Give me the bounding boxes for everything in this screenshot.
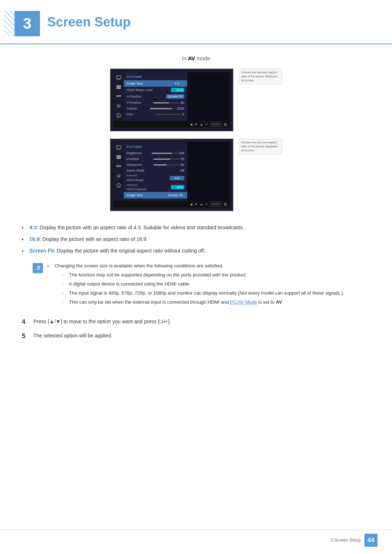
menu2-contrast: Contrast 75 xyxy=(124,156,187,162)
sub-item-4: This can only be set when the external i… xyxy=(62,299,344,306)
svg-rect-12 xyxy=(116,146,121,149)
nav2-up-btn: ▲ xyxy=(200,202,203,206)
icon-display xyxy=(115,74,122,81)
sub-item-1: The function may not be supported depend… xyxy=(62,271,344,279)
footer-chapter-label: 3 Screen Setup xyxy=(331,538,361,543)
svg-text:i: i xyxy=(118,115,119,117)
svg-rect-0 xyxy=(116,76,121,79)
nav2-enter-btn: ↵ xyxy=(205,202,208,206)
icon2-display xyxy=(115,144,122,151)
svg-rect-1 xyxy=(118,79,119,80)
menu-item-v-position: V-Position 50 xyxy=(124,100,187,106)
icon-adjust xyxy=(115,93,122,100)
menu2-brightness: Brightness 100 xyxy=(124,150,187,156)
nav-left-btn: ◀ xyxy=(190,123,192,126)
bullet-169: 16:9: Display the picture with an aspect… xyxy=(22,235,370,243)
menu2-magic-bright: SAMSUNGMAGICBright 4:3 xyxy=(124,173,187,183)
monitor1-bottom-bar: ◀ ▼ ▲ ↵ AUTO ⏻ xyxy=(114,121,230,128)
footer-right: 3 Screen Setup 44 xyxy=(331,534,377,547)
note-item-1: Changing the screen size is available wh… xyxy=(47,262,370,307)
monitor2-icons-bar: i xyxy=(114,142,124,201)
monitor1-section-title: PICTURE xyxy=(124,74,187,80)
page-header: 3 Screen Setup xyxy=(0,0,392,44)
monitor2-row: i PICTURE Brightness 100 xyxy=(110,139,282,211)
monitor1-tooltip: Choose the size and aspect ratio of the … xyxy=(239,69,282,85)
svg-rect-13 xyxy=(118,149,119,150)
chapter-number: 3 xyxy=(15,11,40,36)
menu2-image-size: Image Size Screen Fit xyxy=(124,192,187,198)
icon-gear xyxy=(115,103,122,109)
nav-enter-btn: ↵ xyxy=(205,123,208,126)
svg-rect-15 xyxy=(116,157,121,157)
power-btn: ⏻ xyxy=(224,123,227,126)
menu-item-hdmi-black: HDMI Black Level ✓ 16:9 xyxy=(124,87,187,93)
main-content: In AV mode xyxy=(0,55,392,367)
note-section: ℛ Changing the screen size is available … xyxy=(33,262,370,309)
icon2-gear xyxy=(115,173,122,179)
bullet-screen-fit: Screen Fit: Display the picture with the… xyxy=(22,247,370,255)
svg-rect-14 xyxy=(116,156,121,156)
step-4: 4 Press [▲/▼] to move to the option you … xyxy=(22,317,370,327)
monitor2-bottom-bar: ◀ ▼ ▲ ↵ AUTO ⏻ xyxy=(114,201,230,208)
step-5: 5 The selected option will be applied. xyxy=(22,331,370,341)
svg-rect-2 xyxy=(116,86,121,86)
page-title: Screen Setup xyxy=(47,11,131,30)
svg-text:i: i xyxy=(118,185,119,187)
nav-down-btn: ▼ xyxy=(195,123,198,126)
monitor2: i PICTURE Brightness 100 xyxy=(110,139,233,211)
menu-item-image-size: Image Size 4:3 xyxy=(124,80,187,87)
icon2-menu xyxy=(115,154,122,160)
nav2-down-btn: ▼ xyxy=(195,202,198,206)
monitor1-row: i PICTURE Image Size 4:3 HDMI Black xyxy=(110,69,282,131)
monitors-container: i PICTURE Image Size 4:3 HDMI Black xyxy=(22,69,370,211)
monitor1-icons-bar: i xyxy=(114,72,124,121)
svg-rect-4 xyxy=(116,88,121,89)
monitor2-tooltip: Choose the size and aspect ratio of the … xyxy=(239,139,282,155)
note-content: Changing the screen size is available wh… xyxy=(47,262,370,309)
bullet-43: 4:3: Display the picture with an aspect … xyxy=(22,224,370,232)
monitor1-menu-panel: PICTURE Image Size 4:3 HDMI Black Level … xyxy=(124,72,187,121)
monitor2-menu-panel: PICTURE Brightness 100 Contrast xyxy=(124,142,187,201)
auto2-btn: AUTO xyxy=(210,202,221,206)
icon-menu xyxy=(115,84,122,90)
monitor1: i PICTURE Image Size 4:3 HDMI Black xyxy=(110,69,233,131)
icon-info: i xyxy=(115,112,122,119)
bullet-list: 4:3: Display the picture with an aspect … xyxy=(22,224,370,255)
menu-item-h-position: H-Position Screen Fit xyxy=(124,93,187,100)
svg-rect-16 xyxy=(116,158,121,159)
svg-rect-3 xyxy=(116,87,121,87)
svg-point-21 xyxy=(118,175,119,177)
menu-item-fine: Fine 0 xyxy=(124,111,187,117)
svg-point-9 xyxy=(118,105,119,107)
nav-up-btn: ▲ xyxy=(200,123,203,126)
footer-page-number: 44 xyxy=(364,534,377,547)
sub-item-2: A digital output device is connected usi… xyxy=(62,280,344,288)
icon2-adjust xyxy=(115,163,122,170)
menu-item-coarse: Coarse 2200 xyxy=(124,106,187,111)
note-icon: ℛ xyxy=(33,263,43,273)
auto-btn: AUTO xyxy=(210,122,221,127)
icon2-info: i xyxy=(115,182,122,189)
av-mode-label: In AV mode xyxy=(22,55,370,61)
menu2-sharpness: Sharpness 60 xyxy=(124,162,187,168)
sub-item-3: The input signal is 480p, 576p, 720p, or… xyxy=(62,290,344,297)
page-footer: 3 Screen Setup 44 xyxy=(0,530,392,547)
nav2-left-btn: ◀ xyxy=(190,202,192,206)
menu2-game-mode: Game Mode Off xyxy=(124,168,187,173)
monitor2-section-title: PICTURE xyxy=(124,144,187,150)
power2-btn: ⏻ xyxy=(224,202,227,206)
menu2-magic-upscale: SAMSUNGMAGICUpscale ✓ 16:9 xyxy=(124,183,187,192)
